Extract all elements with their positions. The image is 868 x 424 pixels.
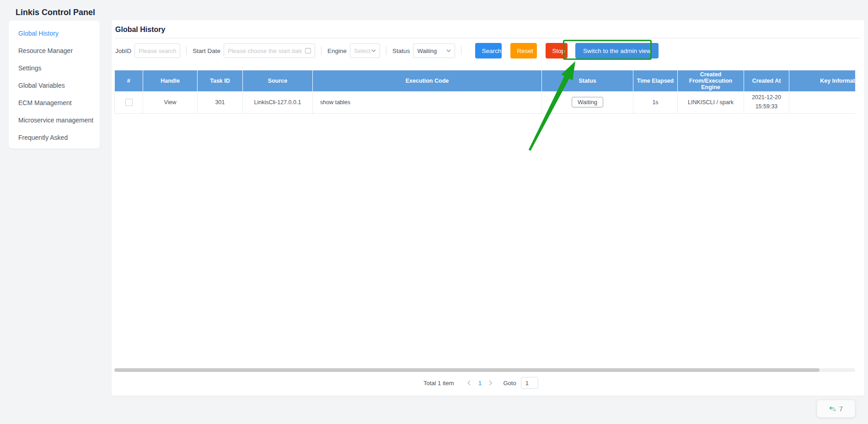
horizontal-scrollbar-thumb[interactable] — [114, 368, 820, 372]
start-date-input[interactable] — [224, 43, 315, 58]
row-key-information — [789, 91, 856, 113]
jobid-label: JobID — [115, 48, 131, 54]
floating-counter-widget[interactable]: 7 — [817, 400, 855, 418]
horizontal-scrollbar-track — [114, 368, 855, 372]
col-header-execution-code: Execution Code — [313, 70, 542, 91]
sidebar-item-resource-manager[interactable]: Resource Manager — [9, 42, 100, 59]
chevron-left-icon — [467, 380, 471, 386]
row-time-elapsed: 1s — [633, 91, 678, 113]
row-checkbox[interactable] — [125, 99, 133, 106]
sidebar-item-global-variables[interactable]: Global Variables — [9, 77, 100, 94]
start-date-field[interactable] — [224, 43, 315, 58]
start-date-label: Start Date — [193, 48, 220, 54]
sidebar-item-frequently-asked[interactable]: Frequently Asked — [9, 129, 100, 146]
main-panel: Global History JobID Start Date Engine S… — [112, 20, 864, 396]
switch-admin-view-button[interactable]: Switch to the admin view — [575, 43, 659, 58]
search-button[interactable]: Search — [475, 43, 502, 58]
floating-counter-value: 7 — [839, 405, 843, 413]
engine-label: Engine — [327, 48, 347, 54]
created-at-date: 2021-12-20 — [746, 93, 787, 102]
swap-arrows-icon — [829, 406, 836, 412]
col-header-task-id: Task ID — [198, 70, 243, 91]
status-select-value: Waiting — [417, 48, 437, 54]
filter-divider — [186, 47, 187, 55]
sidebar: Global History Resource Manager Settings… — [9, 21, 100, 148]
status-select[interactable]: Waiting — [413, 43, 455, 58]
history-table: # Handle Task ID Source Execution Code S… — [114, 70, 855, 114]
sidebar-item-settings[interactable]: Settings — [9, 59, 100, 77]
filter-bar: JobID Start Date Engine Select Status Wa… — [115, 43, 659, 58]
created-at-time: 15:59:33 — [746, 102, 787, 111]
engine-select[interactable]: Select — [350, 43, 380, 58]
row-handle-view-link[interactable]: View — [164, 99, 177, 106]
status-badge: Waiting — [572, 97, 603, 107]
status-label: Status — [392, 48, 410, 54]
filter-divider — [386, 47, 386, 55]
filter-divider — [461, 47, 461, 55]
page-title: Global History — [115, 26, 165, 34]
col-header-created-from: Created From/Execution Engine — [678, 70, 744, 91]
pagination-next-button[interactable] — [486, 378, 496, 388]
row-created-from: LINKISCLI / spark — [678, 91, 744, 113]
col-header-status: Status — [542, 70, 633, 91]
col-header-time-elapsed: Time Elapsed — [633, 70, 678, 91]
filter-divider — [321, 47, 321, 55]
title-divider — [115, 38, 861, 38]
row-source: LinkisCli-127.0.0.1 — [243, 91, 313, 113]
col-header-source: Source — [243, 70, 313, 91]
row-task-id: 301 — [198, 91, 243, 113]
engine-select-value: Select — [354, 48, 370, 54]
col-header-handle: Handle — [143, 70, 198, 91]
col-header-key-information: Key Information — [789, 70, 856, 91]
table-row: View 301 LinkisCli-127.0.0.1 show tables… — [115, 91, 856, 113]
row-execution-code: show tables — [313, 91, 542, 113]
sidebar-item-ecm-management[interactable]: ECM Management — [9, 94, 100, 111]
chevron-down-icon — [446, 49, 451, 52]
sidebar-item-global-history[interactable]: Global History — [9, 25, 100, 42]
sidebar-item-microservice-management[interactable]: Microservice management — [9, 111, 100, 129]
pagination-page-1[interactable]: 1 — [474, 380, 486, 387]
stop-button[interactable]: Stop — [546, 43, 568, 58]
chevron-down-icon — [371, 49, 376, 52]
jobid-input[interactable] — [134, 43, 180, 58]
col-header-created-at: Created At — [744, 70, 789, 91]
col-header-index: # — [115, 70, 143, 91]
pagination-total: Total 1 item — [423, 380, 454, 387]
goto-label: Goto — [503, 380, 516, 387]
reset-button[interactable]: Reset — [510, 43, 537, 58]
row-created-at: 2021-12-20 15:59:33 — [744, 91, 789, 113]
table-header-row: # Handle Task ID Source Execution Code S… — [115, 70, 856, 91]
chevron-right-icon — [489, 380, 493, 386]
history-table-viewport: # Handle Task ID Source Execution Code S… — [114, 70, 855, 114]
pagination-prev-button[interactable] — [464, 378, 474, 388]
app-title: Linkis Control Panel — [16, 8, 95, 17]
goto-page-input[interactable] — [521, 377, 538, 389]
pagination: Total 1 item 1 Goto — [423, 376, 538, 389]
